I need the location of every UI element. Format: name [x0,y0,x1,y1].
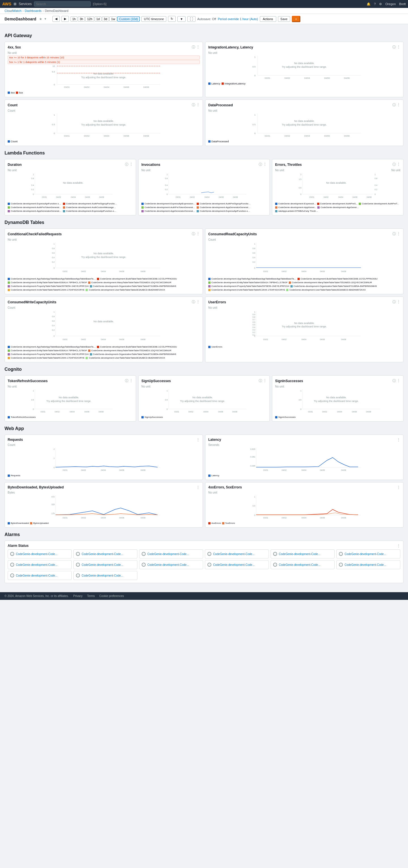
refresh-back-button[interactable]: ◀ [53,16,60,22]
svg-text:0.6: 0.6 [252,321,255,323]
save-button[interactable]: Save [278,16,290,22]
user-menu[interactable]: Brett [399,2,406,6]
refresh-forward-button[interactable]: ▶ [61,16,69,22]
time-1w[interactable]: 1w [109,17,117,22]
menu-icon-webapp-latency[interactable]: ⋮ [397,438,400,442]
refresh-button[interactable]: ↻ [168,16,176,22]
alarm-card-4[interactable]: ○ CodeGenie-development-Code... [205,549,269,558]
actions-button[interactable]: Actions [260,16,276,22]
nav-services[interactable]: Services [19,2,32,6]
alarm-status-icon-1: ○ [10,552,14,556]
alarm-card-13[interactable]: ○ CodeGenie-development-Code... [8,571,72,580]
svg-text:1: 1 [54,114,55,116]
breadcrumb-cloudwatch[interactable]: CloudWatch [4,9,22,12]
menu-icon-consumed-read[interactable]: ⋮ [397,231,400,237]
question-icon[interactable]: ? [374,2,376,6]
info-icon-4xx[interactable]: ⓘ [192,45,195,50]
bell-icon[interactable]: 🔔 [367,2,371,6]
menu-icon-count[interactable]: ⋮ [196,103,200,107]
footer-privacy[interactable]: Privacy [73,594,83,597]
svg-text:03/31: 03/31 [64,135,70,137]
menu-icon-conditional[interactable]: ⋮ [196,231,200,237]
time-12h[interactable]: 12h [85,17,94,22]
menu-icon-requests[interactable]: ⋮ [196,438,200,442]
info-icon-token[interactable]: ⓘ [125,378,128,383]
svg-text:0.2: 0.2 [31,188,34,190]
fullscreen-button[interactable]: ⛶ [187,16,195,22]
menu-icon-bytes[interactable]: ⋮ [196,485,200,489]
time-1h[interactable]: 1h [70,17,77,22]
info-icon-latency[interactable]: ⓘ [393,45,396,50]
alarm-status-icon-11: ○ [273,563,277,567]
menu-icon-alarms[interactable]: ⋮ [397,544,400,548]
alarm-card-2[interactable]: ○ CodeGenie-development-Code... [73,549,137,558]
alarm-card-8[interactable]: ○ CodeGenie-development-Code... [73,560,137,569]
footer-terms[interactable]: Terms [87,594,95,597]
time-1d[interactable]: 1d [95,17,101,22]
menu-icon-signin[interactable]: ⋮ [397,378,400,383]
gear-icon[interactable]: ⚙ [379,2,382,6]
alarm-card-1[interactable]: ○ CodeGenie-development-Code... [8,549,72,558]
breadcrumb-dashboards[interactable]: Dashboards [25,9,41,12]
aws-logo: AWS [2,2,11,6]
alarm-card-10[interactable]: ○ CodeGenie-development-Code... [205,560,269,569]
chart-dp: 1 0.5 0 03/31 04/02 04/04 04/06 04/08 No… [208,114,400,139]
menu-icon-token[interactable]: ⋮ [129,378,133,383]
search-input[interactable] [34,1,91,6]
menu-icon-signup[interactable]: ⋮ [263,378,266,383]
svg-text:04/04: 04/04 [71,196,76,198]
menu-icon-4xx[interactable]: ⋮ [196,45,200,50]
info-icon-consumed-write[interactable]: ⓘ [192,300,195,305]
svg-text:04/06: 04/06 [320,469,325,471]
menu-icon-errors[interactable]: ⋮ [397,162,400,167]
menu-icon-webapp-errors[interactable]: ⋮ [397,485,400,489]
svg-text:0.5: 0.5 [252,324,255,326]
alarm-card-7[interactable]: ○ CodeGenie-development-Code... [8,560,72,569]
svg-text:0.2: 0.2 [52,261,55,263]
region-selector[interactable]: Oregon [385,2,396,6]
chart-signup: 1 0.5 0 No data available. Try adjusting… [142,389,266,415]
legend-signin: SignInSuccesses [275,416,400,418]
menu-icon-duration[interactable]: ⋮ [129,162,133,167]
svg-text:04/04: 04/04 [338,196,343,198]
svg-text:04/06: 04/06 [320,271,325,272]
time-3h[interactable]: 3h [78,17,85,22]
alarm-card-3[interactable]: ○ CodeGenie-development-Code... [139,549,203,558]
widget-title-webapp-errors: 4xxErrors, 5xxErrors [208,485,397,489]
alarm-card-5[interactable]: ○ CodeGenie-development-Code... [271,549,335,558]
add-widget-button[interactable]: + [292,16,300,22]
unit-signin: No unit [275,385,400,388]
menu-icon-user-errors[interactable]: ⋮ [397,300,400,305]
refresh-options-button[interactable]: ▼ [177,16,186,22]
nav-grid-icon: ⊞ [13,2,17,6]
alarm-card-12[interactable]: ○ CodeGenie-development-Code... [336,560,400,569]
info-icon-user-errors[interactable]: ⓘ [393,300,396,305]
menu-icon-dp[interactable]: ⋮ [397,103,400,107]
footer-cookie-prefs[interactable]: Cookie preferences [99,594,124,597]
favorite-icon[interactable]: ★ [39,17,42,21]
time-3d[interactable]: 3d [102,17,109,22]
top-navigation: AWS ⊞ Services [Option+S] 🔔 ? ⚙ Oregon B… [0,0,408,8]
menu-icon-latency[interactable]: ⋮ [397,45,400,50]
info-icon-signup[interactable]: ⓘ [259,378,262,383]
info-icon-count[interactable]: ⓘ [192,103,195,107]
info-icon-duration[interactable]: ⓘ [125,162,128,167]
alarm-card-9[interactable]: ○ CodeGenie-development-Code... [139,560,203,569]
timezone-selector[interactable]: UTC timezone [142,16,166,22]
period-override[interactable]: Period override 1 hour (Auto) [218,17,258,21]
info-icon-invocations[interactable]: ⓘ [259,162,262,167]
menu-icon-invocations[interactable]: ⋮ [263,162,266,167]
menu-icon-consumed-write[interactable]: ⋮ [196,300,200,305]
svg-text:03/31: 03/31 [63,271,68,272]
svg-text:0: 0 [54,83,55,86]
info-icon-signin[interactable]: ⓘ [393,378,396,383]
time-custom[interactable]: Custom (10d) [117,17,140,22]
alarm-card-11[interactable]: ○ CodeGenie-development-Code... [271,560,335,569]
info-icon-consumed-read[interactable]: ⓘ [393,231,396,237]
info-icon-errors[interactable]: ⓘ [393,162,396,167]
alarm-card-6[interactable]: ○ CodeGenie-development-Code... [336,549,400,558]
alarm-card-14[interactable]: ○ CodeGenie-development-Code... [73,571,137,580]
info-icon-conditional[interactable]: ⓘ [192,231,195,237]
svg-text:04/04: 04/04 [304,135,310,137]
info-icon-dp[interactable]: ⓘ [393,103,396,107]
